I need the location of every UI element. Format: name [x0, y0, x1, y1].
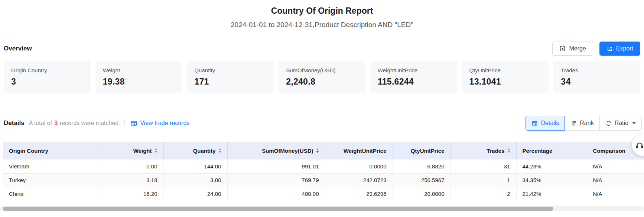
overview-section-title: Overview	[4, 45, 32, 52]
column-header-percentage: Percentage	[516, 142, 587, 160]
details-section-title: Details	[4, 119, 25, 127]
details-table-wrap: Origin Country Weight Quantity SumOfMone…	[3, 142, 644, 201]
cell: 21.42%	[516, 187, 587, 201]
trade-records-icon	[131, 120, 137, 126]
column-label: Trades	[487, 148, 504, 154]
cell: 242.0723	[325, 173, 393, 187]
stat-label: SumOfMoney(USD)	[286, 67, 358, 73]
export-icon	[606, 46, 613, 52]
cell: 6.8820	[393, 160, 451, 173]
column-label: Comparison	[593, 148, 626, 154]
cell: Vietnam	[3, 160, 101, 173]
cell: 480.00	[227, 187, 325, 201]
column-header-sum-of-money[interactable]: SumOfMoney(USD)	[227, 142, 325, 160]
page-title: Country Of Origin Report	[0, 6, 644, 16]
column-header-qty-unit-price: QtyUnitPrice	[393, 142, 451, 160]
cell: 2	[451, 187, 516, 201]
view-details-button[interactable]: Details	[526, 116, 565, 131]
cell: 769.79	[227, 173, 325, 187]
stat-card-weight-unit-price: WeightUnitPrice 115.6244	[370, 61, 457, 93]
export-button-label: Export	[616, 45, 633, 52]
stat-value: 2,240.8	[286, 77, 358, 87]
table-grid-icon	[531, 120, 538, 126]
cell: 29.6296	[325, 187, 393, 201]
stat-value: 19.38	[103, 77, 175, 87]
stat-label: Origin Country	[11, 67, 83, 73]
cell: 31	[451, 160, 516, 173]
view-details-label: Details	[541, 120, 559, 126]
cell: 20.0000	[393, 187, 451, 201]
stat-card-trades: Trades 34	[553, 61, 640, 93]
cell: N/A	[587, 187, 644, 201]
stat-value: 34	[561, 77, 633, 87]
export-button[interactable]: Export	[599, 42, 640, 56]
cell: 3.00	[163, 173, 227, 187]
cell: 34.35%	[516, 173, 587, 187]
view-ratio-button[interactable]: Ratio	[599, 116, 642, 131]
cell: N/A	[587, 160, 644, 173]
overview-bar: Overview Merge Export	[4, 42, 640, 56]
details-table: Origin Country Weight Quantity SumOfMone…	[3, 142, 644, 201]
details-summary: Details A total of 3 records were matche…	[4, 119, 189, 127]
stat-label: WeightUnitPrice	[378, 67, 450, 73]
vertical-divider	[124, 120, 125, 126]
column-label: Quantity	[193, 148, 216, 154]
cell: China	[3, 187, 101, 201]
cell: 0.0000	[325, 160, 393, 173]
rank-icon	[570, 120, 577, 126]
column-header-quantity[interactable]: Quantity	[163, 142, 227, 160]
view-trade-records-link[interactable]: View trade records	[131, 120, 189, 126]
column-header-weight-unit-price: WeightUnitPrice	[325, 142, 393, 160]
view-switcher: Details Rank Ratio	[526, 116, 642, 131]
cell: 991.01	[227, 160, 325, 173]
cell: 3.18	[101, 173, 163, 187]
cell: 16.20	[101, 187, 163, 201]
chevron-down-icon	[632, 122, 636, 124]
stat-card-origin-country: Origin Country 3	[4, 61, 91, 93]
column-label: Origin Country	[9, 148, 48, 154]
horizontal-scrollbar[interactable]	[0, 206, 644, 211]
records-summary-prefix: A total of	[29, 120, 52, 126]
stat-value: 13.1041	[469, 77, 541, 87]
stat-card-qty-unit-price: QtyUnitPrice 13.1041	[462, 61, 549, 93]
cell: 1	[451, 173, 516, 187]
column-header-origin-country: Origin Country	[3, 142, 101, 160]
overview-actions: Merge Export	[552, 42, 640, 56]
table-header-row: Origin Country Weight Quantity SumOfMone…	[3, 142, 644, 160]
stat-card-quantity: Quantity 171	[187, 61, 274, 93]
stat-label: Weight	[103, 67, 175, 73]
view-rank-label: Rank	[580, 120, 593, 126]
stat-label: QtyUnitPrice	[469, 67, 541, 73]
stat-card-weight: Weight 19.38	[95, 61, 182, 93]
table-row-vietnam: Vietnam 0.00 144.00 991.01 0.0000 6.8820…	[3, 160, 644, 173]
stat-value: 3	[11, 77, 83, 87]
view-ratio-label: Ratio	[615, 120, 628, 126]
column-header-weight[interactable]: Weight	[101, 142, 163, 160]
cell: 256.5967	[393, 173, 451, 187]
stat-value: 171	[194, 77, 266, 87]
cell: 0.00	[101, 160, 163, 173]
stat-value: 115.6244	[378, 77, 450, 87]
cell: 24.00	[163, 187, 227, 201]
sort-icon	[155, 148, 157, 153]
sort-icon	[507, 148, 510, 153]
merge-button-label: Merge	[569, 45, 586, 52]
sort-icon	[218, 148, 221, 153]
column-header-trades[interactable]: Trades	[451, 142, 516, 160]
column-label: SumOfMoney(USD)	[262, 148, 313, 154]
details-bar: Details A total of 3 records were matche…	[4, 116, 642, 131]
table-row-china: China 16.20 24.00 480.00 29.6296 20.0000…	[3, 187, 644, 201]
sort-icon	[316, 148, 319, 153]
column-label: Percentage	[523, 148, 553, 154]
report-subtitle: 2024-01-01 to 2024-12-31,Product Descrip…	[0, 21, 644, 29]
merge-button[interactable]: Merge	[552, 42, 593, 56]
scrollbar-thumb[interactable]	[3, 207, 553, 211]
cell: 44.23%	[516, 160, 587, 173]
view-trade-records-label: View trade records	[140, 120, 189, 126]
cell: N/A	[587, 173, 644, 187]
column-label: Weight	[133, 148, 152, 154]
ratio-refresh-icon	[605, 120, 612, 126]
view-rank-button[interactable]: Rank	[565, 116, 599, 131]
stat-label: Trades	[561, 67, 633, 73]
table-row-turkey: Turkey 3.18 3.00 769.79 242.0723 256.596…	[3, 173, 644, 187]
